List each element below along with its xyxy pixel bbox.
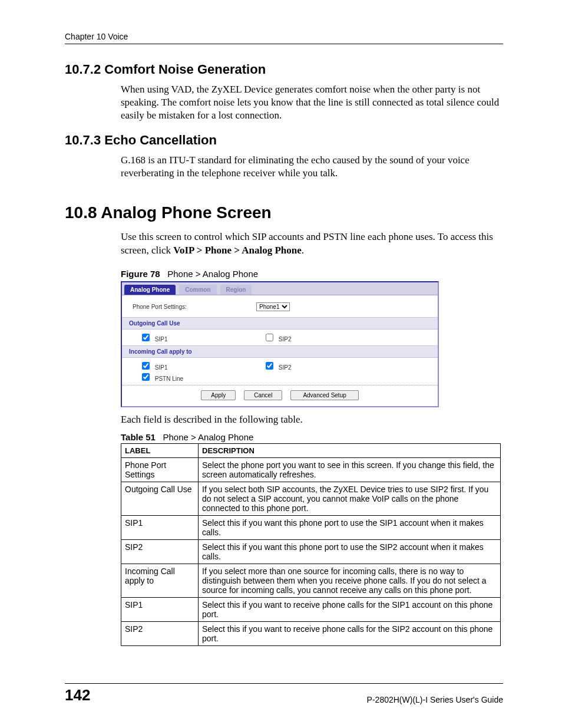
row-desc: If you select more than one source for i… [199,564,501,597]
incoming-sip1-label: SIP1 [155,364,168,371]
table-row: Incoming Call apply toIf you select more… [121,564,501,597]
incoming-pstn-checkbox[interactable] [142,373,150,381]
table-row: SIP1Select this if you want to receive p… [121,597,501,621]
row-label: SIP2 [121,539,199,564]
group-outgoing-call-use: Outgoing Call Use [122,317,438,330]
row-label: Outgoing Call Use [121,482,199,515]
table-row: SIP2Select this if you want to receive p… [121,621,501,645]
table-row: Outgoing Call UseIf you select both SIP … [121,482,501,515]
advanced-setup-button[interactable]: Advanced Setup [290,390,358,400]
row-desc: If you select both SIP accounts, the ZyX… [199,482,501,515]
heading-10-7-3: 10.7.3 Echo Cancellation [65,133,503,148]
analog-phone-panel: Analog Phone Common Region Phone Port Se… [121,281,439,407]
row-desc: Select this if you want this phone port … [199,539,501,564]
table-row: Phone Port SettingsSelect the phone port… [121,457,501,482]
body-10-8-post: . [302,245,304,256]
row-label: Incoming Call apply to [121,564,199,597]
outgoing-sip2-label: SIP2 [279,336,292,342]
row-desc: Select this if you want to receive phone… [199,597,501,621]
cancel-button[interactable]: Cancel [244,390,282,400]
incoming-sip1-checkbox[interactable] [142,362,150,370]
tab-bar: Analog Phone Common Region [122,282,438,295]
th-label: LABEL [121,443,199,457]
page-footer: 142 P-2802H(W)(L)-I Series User's Guide [65,683,503,704]
body-10-8: Use this screen to control which SIP acc… [121,230,503,256]
incoming-sip2-checkbox[interactable] [266,362,273,370]
body-10-8-bold: VoIP > Phone > Analog Phone [173,245,302,256]
row-label: Phone Port Settings [121,457,199,482]
phone-port-label: Phone Port Settings: [133,304,256,310]
incoming-pstn-label: PSTN Line [155,375,183,382]
phone-port-select[interactable]: Phone1 [256,302,290,311]
outgoing-sip1-checkbox[interactable] [142,334,150,341]
body-10-7-2: When using VAD, the ZyXEL Device generat… [121,83,503,122]
heading-10-7-2: 10.7.2 Comfort Noise Generation [65,62,503,77]
tab-analog-phone[interactable]: Analog Phone [124,285,176,295]
tab-common[interactable]: Common [179,285,216,295]
description-table: LABEL DESCRIPTION Phone Port SettingsSel… [121,443,501,646]
row-label: SIP2 [121,621,199,645]
th-description: DESCRIPTION [199,443,501,457]
figure-title: Phone > Analog Phone [167,269,258,279]
row-desc: Select the phone port you want to see in… [199,457,501,482]
table-row: SIP2Select this if you want this phone p… [121,539,501,564]
after-figure-text: Each field is described in the following… [121,413,503,426]
heading-10-8: 10.8 Analog Phone Screen [65,203,503,222]
row-label: SIP1 [121,597,199,621]
figure-caption: Figure 78 Phone > Analog Phone [121,269,503,279]
guide-title: P-2802H(W)(L)-I Series User's Guide [367,695,503,704]
button-bar: Apply Cancel Advanced Setup [122,385,438,406]
table-label: Table 51 [121,432,156,442]
outgoing-sip2-checkbox[interactable] [266,334,273,341]
row-desc: Select this if you want to receive phone… [199,621,501,645]
table-title: Phone > Analog Phone [163,432,253,442]
row-label: SIP1 [121,515,199,539]
outgoing-sip1-label: SIP1 [155,336,168,342]
apply-button[interactable]: Apply [201,390,236,400]
tab-region[interactable]: Region [220,285,252,295]
table-row: SIP1Select this if you want this phone p… [121,515,501,539]
row-desc: Select this if you want this phone port … [199,515,501,539]
body-10-7-3: G.168 is an ITU-T standard for eliminati… [121,154,503,180]
page-number: 142 [65,686,90,704]
chapter-header: Chapter 10 Voice [65,32,503,44]
group-incoming-call-apply-to: Incoming Call apply to [122,345,438,358]
incoming-sip2-label: SIP2 [279,364,292,371]
figure-label: Figure 78 [121,269,160,279]
table-caption: Table 51 Phone > Analog Phone [121,432,503,442]
